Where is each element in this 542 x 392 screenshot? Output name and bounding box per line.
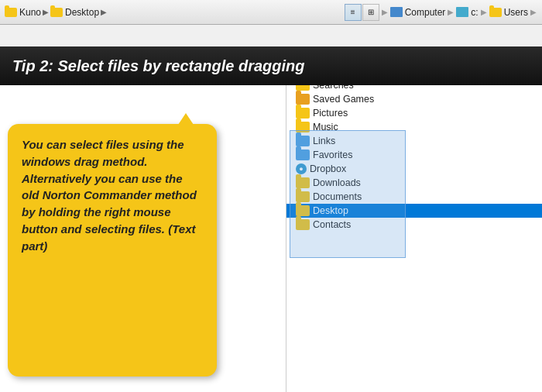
folder-icon-desktop-tree [296,205,310,216]
tree-label-pictures: Pictures [313,108,348,119]
tree-label-documents: Documents [313,191,362,202]
tree-label-favorites: Favorites [313,150,352,160]
tree-item-dropbox[interactable]: ● Dropbox [286,162,542,176]
view-icon-details[interactable]: ⊞ [362,4,379,21]
tree-item-links[interactable]: Links [286,134,542,148]
breadcrumb-desktop-label: Desktop [65,7,99,18]
tree-label-dropbox: Dropbox [310,163,346,174]
callout-box: You can select files using the windows d… [8,124,217,377]
breadcrumb-desktop[interactable]: Desktop [50,7,99,18]
tree-item-saved-games[interactable]: Saved Games [286,92,542,106]
breadcrumb-drive-label: c: [471,7,478,18]
tree-item-favorites[interactable]: Favorites [286,148,542,162]
folder-icon-saved-games [296,94,310,105]
callout-text: You can select files using the windows d… [22,136,203,254]
view-icon-list[interactable]: ≡ [345,4,362,21]
right-panel: .. Videos Searches Saved Games Pictures … [286,46,542,392]
breadcrumb-sep3: ▶ [481,8,487,16]
dropbox-icon: ● [296,163,307,174]
folder-icon-documents [296,191,310,202]
tree-label-contacts: Contacts [313,219,351,230]
tree-item-documents[interactable]: Documents [286,190,542,204]
breadcrumb-arrow-1: ▶ [43,8,49,16]
breadcrumb-users-label: Users [504,7,528,18]
tip-banner: Tip 2: Select files by rectangle draggin… [0,46,542,85]
breadcrumb-sep2: ▶ [448,8,454,16]
computer-icon [390,7,403,17]
folder-icon-desktop [50,8,63,17]
tree-label-saved-games: Saved Games [313,94,374,105]
breadcrumb-bar: Kuno ▶ Desktop ▶ ≡ ⊞ ▶ Computer ▶ c: ▶ U… [0,0,542,25]
folder-icon-favorites [296,150,310,160]
tree-label-music: Music [313,122,338,132]
breadcrumb-arrow-2: ▶ [101,8,107,16]
tree-item-music[interactable]: Music [286,120,542,134]
breadcrumb-users[interactable]: Users [489,7,528,18]
folder-icon-contacts [296,219,310,230]
folder-icon-links [296,136,310,146]
view-icon-group: ≡ ⊞ [345,4,379,21]
breadcrumb-sep: ▶ [382,8,388,16]
tree-item-desktop[interactable]: Desktop [286,204,542,218]
folder-icon-users [489,8,502,17]
breadcrumb-computer-label: Computer [405,7,446,18]
breadcrumb-computer[interactable]: Computer [390,7,446,18]
breadcrumb-kuno-label: Kuno [19,7,41,18]
tree-item-contacts[interactable]: Contacts [286,218,542,232]
folder-icon-downloads [296,177,310,188]
folder-icon-kuno [5,8,17,17]
folder-icon-music [296,122,310,132]
tree-label-downloads: Downloads [313,177,361,188]
breadcrumb-sep4: ▶ [530,8,537,16]
tree-item-downloads[interactable]: Downloads [286,176,542,190]
breadcrumb-kuno[interactable]: Kuno [5,7,41,18]
tree-label-desktop: Desktop [313,205,348,216]
drive-icon [456,7,468,17]
folder-icon-pictures [296,108,310,119]
breadcrumb-drive[interactable]: c: [456,7,478,18]
tip-title: Tip 2: Select files by rectangle draggin… [12,57,305,75]
tree-label-links: Links [313,136,335,146]
tree-item-pictures[interactable]: Pictures [286,106,542,120]
